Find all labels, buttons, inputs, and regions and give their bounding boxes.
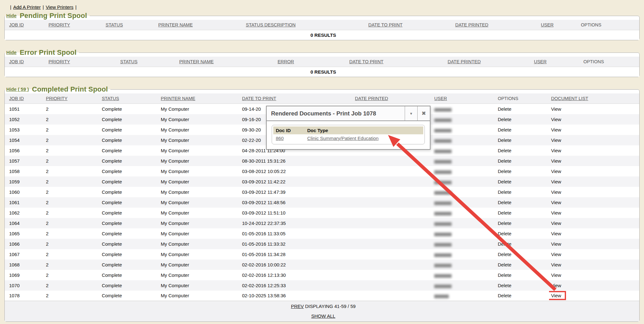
view-link[interactable]: View bbox=[551, 283, 561, 288]
delete-link[interactable]: Delete bbox=[498, 293, 511, 298]
completed-section-legend: Hide ( 59 ) Completed Print Spool bbox=[5, 85, 110, 93]
error-hide-link[interactable]: Hide bbox=[6, 50, 17, 55]
column-header-user[interactable]: USER bbox=[432, 93, 496, 104]
view-link[interactable]: View bbox=[551, 137, 561, 143]
view-link[interactable]: View bbox=[551, 106, 561, 112]
column-header-status[interactable]: STATUS bbox=[118, 57, 177, 67]
delete-link[interactable]: Delete bbox=[498, 158, 511, 164]
delete-link[interactable]: Delete bbox=[498, 200, 511, 205]
column-header-status[interactable]: STATUS bbox=[100, 93, 159, 104]
delete-link[interactable]: Delete bbox=[498, 262, 511, 267]
delete-link[interactable]: Delete bbox=[498, 272, 511, 278]
delete-link[interactable]: Delete bbox=[498, 148, 511, 153]
column-header-date-to-print[interactable]: DATE TO PRINT bbox=[366, 20, 453, 30]
view-link[interactable]: View bbox=[551, 127, 561, 132]
view-link[interactable]: View bbox=[551, 262, 561, 267]
nav-separator: | bbox=[42, 4, 44, 10]
view-link[interactable]: View bbox=[551, 231, 561, 236]
view-link[interactable]: View bbox=[551, 272, 561, 278]
view-link[interactable]: View bbox=[551, 252, 561, 257]
cell-status: Complete bbox=[100, 145, 159, 156]
delete-link[interactable]: Delete bbox=[498, 117, 511, 122]
cell-options: Delete bbox=[496, 187, 549, 197]
empty-results-text: 0 RESULTS bbox=[5, 30, 639, 40]
column-header-date-printed[interactable]: DATE PRINTED bbox=[453, 20, 539, 30]
column-header-printer-name[interactable]: PRINTER NAME bbox=[177, 57, 276, 67]
cell-options: Delete bbox=[496, 176, 549, 187]
empty-results-text: 0 RESULTS bbox=[5, 67, 639, 77]
delete-link[interactable]: Delete bbox=[498, 137, 511, 143]
cell-doc-list: View bbox=[549, 260, 639, 270]
cell-date-to-print: 03-09-2012 11:51:10 bbox=[240, 208, 353, 218]
user-redacted: ▆▆▆▆▆▆ bbox=[434, 117, 451, 122]
cell-status: Complete bbox=[100, 135, 159, 145]
column-header-date-to-print[interactable]: DATE TO PRINT bbox=[240, 93, 353, 104]
delete-link[interactable]: Delete bbox=[498, 179, 511, 184]
cell-status: Complete bbox=[100, 208, 159, 218]
view-link[interactable]: View bbox=[551, 158, 561, 164]
column-header-status-description[interactable]: STATUS DESCRIPTION bbox=[244, 20, 366, 30]
pending-hide-link[interactable]: Hide bbox=[6, 13, 17, 18]
cell-status: Complete bbox=[100, 104, 159, 114]
user-redacted: ▆▆▆▆▆▆ bbox=[434, 138, 451, 143]
doc-id-link[interactable]: 860 bbox=[276, 136, 284, 141]
dialog-titlebar[interactable]: Rendered Documents - Print Job 1078 ▼ ✖ bbox=[267, 106, 430, 121]
column-header-date-printed[interactable]: DATE PRINTED bbox=[446, 57, 532, 67]
show-all-link[interactable]: SHOW ALL bbox=[311, 313, 336, 319]
column-header-date-printed[interactable]: DATE PRINTED bbox=[353, 93, 432, 104]
view-link[interactable]: View bbox=[551, 179, 561, 184]
view-link[interactable]: View bbox=[551, 241, 561, 247]
column-header-date-to-print[interactable]: DATE TO PRINT bbox=[347, 57, 446, 67]
cell-options: Delete bbox=[496, 228, 549, 239]
cell-date-to-print: 03-09-2012 11:48:56 bbox=[240, 197, 353, 208]
column-header-error[interactable]: ERROR bbox=[276, 57, 347, 67]
view-link[interactable]: View bbox=[551, 210, 561, 215]
delete-link[interactable]: Delete bbox=[498, 221, 511, 226]
prev-page-link[interactable]: PREV bbox=[291, 304, 304, 309]
cell-doc-list: View bbox=[549, 218, 639, 228]
collapse-button[interactable]: ▼ bbox=[405, 106, 417, 120]
delete-link[interactable]: Delete bbox=[498, 252, 511, 257]
delete-link[interactable]: Delete bbox=[498, 283, 511, 288]
user-redacted: ▆▆▆▆▆▆ bbox=[434, 159, 451, 164]
add-a-printer-link[interactable]: Add A Printer bbox=[13, 4, 41, 10]
view-link-highlighted[interactable]: View bbox=[549, 293, 564, 299]
delete-link[interactable]: Delete bbox=[498, 169, 511, 174]
view-link[interactable]: View bbox=[551, 148, 561, 153]
user-redacted: ▆▆▆▆▆▆ bbox=[434, 128, 451, 132]
delete-link[interactable]: Delete bbox=[498, 106, 511, 112]
column-header-user[interactable]: USER bbox=[539, 20, 579, 30]
cell-printer: My Computer bbox=[159, 156, 240, 166]
column-header-document-list[interactable]: DOCUMENT LIST bbox=[549, 93, 639, 104]
cell-job-id: 1058 bbox=[5, 166, 44, 176]
delete-link[interactable]: Delete bbox=[498, 231, 511, 236]
delete-link[interactable]: Delete bbox=[498, 210, 511, 215]
cell-user: ▆▆▆▆▆▆ bbox=[432, 270, 496, 280]
view-link[interactable]: View bbox=[551, 169, 561, 174]
column-header-job-id[interactable]: JOB ID bbox=[5, 93, 44, 104]
column-header-priority[interactable]: PRIORITY bbox=[47, 20, 104, 30]
column-header-printer-name[interactable]: PRINTER NAME bbox=[159, 93, 240, 104]
print-spool-page: |Add A Printer|View Printers| Hide Pendi… bbox=[0, 0, 644, 324]
completed-hide-link[interactable]: Hide ( 59 ) bbox=[6, 87, 29, 92]
column-header-user[interactable]: USER bbox=[532, 57, 581, 67]
cell-options: Delete bbox=[496, 239, 549, 249]
column-header-priority[interactable]: PRIORITY bbox=[47, 57, 118, 67]
close-button[interactable]: ✖ bbox=[417, 106, 430, 120]
column-header-job-id[interactable]: JOB ID bbox=[5, 57, 47, 67]
cell-user: ▆▆▆▆▆▆ bbox=[432, 249, 496, 260]
column-header-job-id[interactable]: JOB ID bbox=[5, 20, 47, 30]
error-print-spool-section: Hide Error Print Spool JOB IDPRIORITYSTA… bbox=[4, 48, 640, 77]
view-printers-link[interactable]: View Printers bbox=[46, 4, 73, 10]
view-link[interactable]: View bbox=[551, 189, 561, 195]
view-link[interactable]: View bbox=[551, 117, 561, 122]
column-header-priority[interactable]: PRIORITY bbox=[44, 93, 100, 104]
column-header-printer-name[interactable]: PRINTER NAME bbox=[156, 20, 244, 30]
column-header-status[interactable]: STATUS bbox=[104, 20, 156, 30]
delete-link[interactable]: Delete bbox=[498, 189, 511, 195]
view-link[interactable]: View bbox=[551, 200, 561, 205]
delete-link[interactable]: Delete bbox=[498, 127, 511, 132]
view-link[interactable]: View bbox=[551, 221, 561, 226]
doc-type-link[interactable]: Clinic Summary/Patient Education bbox=[307, 136, 379, 141]
delete-link[interactable]: Delete bbox=[498, 241, 511, 247]
